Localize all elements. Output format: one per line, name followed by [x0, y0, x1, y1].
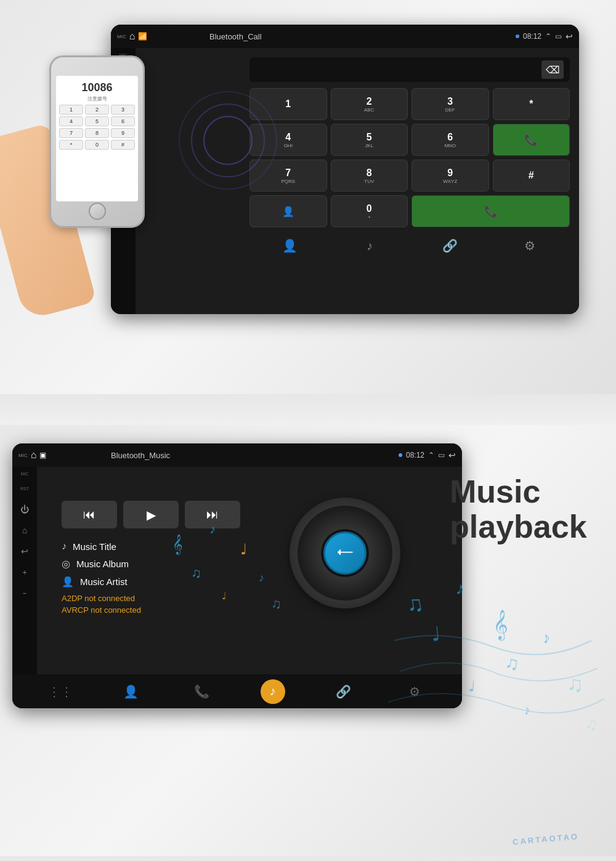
dial-key-2[interactable]: 2 ABC	[331, 88, 408, 120]
dialpad-display: ⌫	[249, 57, 570, 82]
dial-key-6[interactable]: 6 MNO	[411, 124, 489, 156]
status-right-music: 08:12 ⌃ ▭ ↩	[399, 450, 456, 460]
key-hash-main: #	[529, 170, 534, 181]
music-controls: ⏮ ▶ ⏭	[62, 501, 240, 528]
dial-key-9[interactable]: 9 WXYZ	[411, 160, 489, 192]
dial-key-4[interactable]: 4 GHI	[249, 124, 327, 156]
phone-sublabel: 注意拨号	[87, 95, 107, 102]
dial-key-end[interactable]: 📞	[411, 195, 570, 227]
key-7-sub: PQRS	[281, 179, 295, 184]
status-right-call: 08:12 ⌃ ▭ ↩	[516, 31, 573, 41]
bottom-reflection	[0, 856, 616, 861]
ext-note-9: ♪	[522, 701, 532, 718]
key-0-main: 0	[367, 203, 372, 214]
key-3-sub: DEF	[445, 107, 455, 113]
music-album-row: ◎ Music Album	[62, 558, 141, 570]
key-0-sub: +	[368, 214, 371, 220]
prev-button[interactable]: ⏮	[62, 501, 117, 528]
nav-user[interactable]: 👤	[119, 679, 144, 704]
dial-key-7[interactable]: 7 PQRS	[249, 160, 327, 192]
ext-note-4: 𝄞	[493, 610, 508, 639]
phone-key-8: 8	[85, 128, 109, 138]
key-8-sub: TUV	[364, 179, 374, 184]
music-bottom-icon[interactable]: ♪	[357, 233, 382, 258]
link-bottom-icon[interactable]: 🔗	[437, 233, 462, 258]
sidenav-home-music[interactable]: ⌂	[15, 522, 34, 539]
home-icon-music: ⌂	[31, 450, 37, 461]
status-music-left: MIC ⌂ ▣	[18, 450, 105, 461]
dialpad-bottom-icons: 👤 ♪ 🔗 ⚙	[249, 233, 570, 258]
phone-key-7: 7	[59, 128, 83, 138]
dial-key-contact[interactable]: 👤	[249, 195, 327, 227]
dial-key-1[interactable]: 1	[249, 88, 327, 120]
music-playback-text: Music playback	[450, 474, 604, 544]
dial-key-0[interactable]: 0 +	[331, 195, 408, 227]
side-nav-music: MIC RST ⏻ ⌂ ↩ ＋ －	[12, 467, 37, 708]
backspace-button[interactable]: ⌫	[541, 60, 564, 79]
music-title-label: Music Title	[73, 541, 116, 552]
music-artist-row: 👤 Music Artist	[62, 576, 141, 588]
phone-home-button	[89, 203, 106, 220]
a2dp-error: A2DP not connected	[62, 594, 141, 603]
expand-icon: ⌃	[545, 32, 551, 41]
ext-note-10: ♫	[583, 713, 599, 735]
expand-icon-music: ⌃	[428, 451, 434, 459]
sidenav-vol-up-music[interactable]: ＋	[15, 564, 34, 581]
mic-label-sidenav-music: MIC	[21, 472, 29, 476]
vinyl-record: ⭠	[290, 498, 413, 621]
dial-key-call[interactable]: 📞	[493, 124, 570, 156]
bluetooth-center-icon: ⭠	[336, 543, 354, 564]
dialpad-area: ⌫ 1 2 ABC 3 DEF	[249, 57, 570, 258]
music-title-row: ♪ Music Title	[62, 541, 141, 552]
sidenav-back-music[interactable]: ↩	[15, 543, 34, 560]
sidenav-rst-music[interactable]: RST	[15, 480, 34, 497]
ext-note-5: ♫	[504, 652, 521, 675]
signal-icon-music: ▣	[39, 451, 46, 459]
key-2-sub: ABC	[364, 107, 374, 113]
music-player-area: ⏮ ▶ ⏭ ♪ Music Title ◎ Music Album 👤 Musi…	[37, 467, 462, 674]
album-icon: ◎	[62, 558, 70, 570]
dial-key-5[interactable]: 5 JKL	[331, 124, 408, 156]
nav-phone[interactable]: 📞	[190, 679, 214, 704]
sidenav-power-music[interactable]: ⏻	[15, 501, 34, 518]
key-5-sub: JKL	[365, 143, 373, 148]
nav-music-active[interactable]: ♪	[261, 679, 285, 704]
dial-key-hash[interactable]: #	[493, 160, 570, 192]
key-7-main: 7	[285, 168, 291, 179]
contact-bottom-icon[interactable]: 👤	[277, 233, 302, 258]
key-6-sub: MNO	[444, 143, 456, 148]
dialpad-grid: 1 2 ABC 3 DEF *	[249, 88, 570, 227]
key-9-main: 9	[447, 168, 453, 179]
dial-key-star[interactable]: *	[493, 88, 570, 120]
phone-key-2: 2	[85, 105, 109, 115]
vinyl-disc: ⭠	[290, 498, 400, 608]
music-playback-line2: playback	[450, 509, 604, 544]
settings-bottom-icon[interactable]: ⚙	[517, 233, 542, 258]
nav-link[interactable]: 🔗	[331, 679, 356, 704]
key-6-main: 6	[447, 132, 453, 143]
dial-key-8[interactable]: 8 TUV	[331, 160, 408, 192]
phone-key-star: *	[59, 140, 83, 150]
contact-icon: 👤	[282, 206, 294, 217]
note-8th-4: ♫	[271, 596, 282, 612]
status-time-music: 08:12	[406, 451, 424, 459]
next-button[interactable]: ⏭	[185, 501, 240, 528]
back-icon-music: ↩	[448, 450, 456, 460]
phone-number: 10086	[81, 81, 112, 94]
nav-grid[interactable]: ⋮⋮	[48, 679, 73, 704]
artist-icon: 👤	[62, 576, 74, 588]
window-icon: ▭	[555, 32, 562, 41]
key-2-main: 2	[367, 96, 372, 107]
key-9-sub: WXYZ	[443, 179, 457, 184]
nav-settings[interactable]: ⚙	[402, 679, 427, 704]
dial-key-3[interactable]: 3 DEF	[411, 88, 489, 120]
key-8-main: 8	[367, 168, 372, 179]
mic-label-music: MIC	[18, 453, 28, 458]
play-button[interactable]: ▶	[123, 501, 179, 528]
sidenav-vol-down-music[interactable]: －	[15, 584, 34, 602]
avrcp-error: AVRCP not connected	[62, 605, 141, 615]
music-album-label: Music Album	[76, 559, 129, 569]
phone-key-1: 1	[59, 105, 83, 115]
brand-watermark: CARTAOTAO	[512, 831, 579, 846]
top-reflection	[0, 394, 616, 425]
